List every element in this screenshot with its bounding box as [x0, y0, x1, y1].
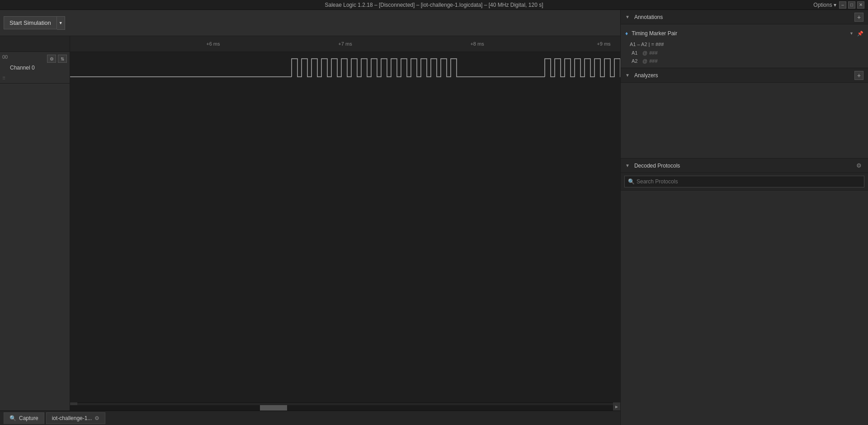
timeline-marker-7ms: +7 ms — [338, 41, 352, 47]
annotation-item: ♦ Timing Marker Pair ▼ 📌 — [625, 27, 863, 40]
decoded-protocols-content: 🔍 — [621, 173, 868, 425]
maximize-button[interactable]: □ — [848, 1, 855, 9]
channel-number: 00 — [2, 54, 8, 60]
right-panel: ▼ Annotations + ♦ Timing Marker Pair ▼ 📌… — [620, 10, 868, 425]
a1-at: @ — [642, 50, 647, 56]
channel-row: 00 Channel 0 ⚙ ⇅ ⠿ — [0, 52, 70, 84]
annotation-timing-row: A1 – A2 | = ### — [625, 40, 863, 49]
search-protocols-wrapper: 🔍 — [624, 176, 864, 187]
annotation-dropdown-arrow[interactable]: ▼ — [849, 31, 854, 36]
channel-controls: ⚙ ⇅ — [47, 55, 67, 63]
search-protocols-icon: 🔍 — [628, 178, 635, 185]
decoded-protocols-gear-button[interactable]: ⚙ — [854, 161, 863, 170]
waveform-display: +6 ms +7 ms +8 ms +9 ms — [70, 36, 620, 411]
channel-name: Channel 0 — [10, 65, 35, 71]
timeline-marker-6ms: +6 ms — [206, 41, 220, 47]
a2-marker-row: A2 @ ### — [625, 57, 863, 65]
annotations-content: ♦ Timing Marker Pair ▼ 📌 A1 – A2 | = ###… — [621, 24, 868, 68]
minimize-button[interactable]: – — [839, 1, 846, 9]
analyzers-title: Analyzers — [634, 72, 852, 79]
a1-label: A1 — [632, 50, 641, 56]
decoded-protocols-title: Decoded Protocols — [634, 163, 852, 169]
search-protocols-container: 🔍 — [621, 173, 868, 191]
annotations-title: Annotations — [634, 14, 852, 20]
annotations-expand-icon[interactable]: ▼ — [625, 14, 630, 19]
a1-value: ### — [649, 50, 657, 56]
capture-tab-icon: 🔍 — [9, 415, 16, 421]
a1-marker-row: A1 @ ### — [625, 49, 863, 57]
channel-gear-button[interactable]: ⚙ — [47, 55, 56, 63]
scrollbar-thumb[interactable] — [260, 405, 287, 411]
analyzers-add-button[interactable]: + — [854, 71, 863, 80]
scroll-right-button[interactable]: ► — [613, 402, 620, 411]
channel-drag-handle[interactable]: ⠿ — [2, 76, 5, 81]
a2-value: ### — [649, 58, 657, 64]
timeline-marker-9ms: +9 ms — [597, 41, 610, 47]
titlebar-controls: – □ ✕ — [839, 1, 864, 9]
start-simulation-button[interactable]: Start Simulation — [4, 16, 57, 29]
options-menu[interactable]: Options ▾ — [813, 2, 836, 8]
annotation-marker-icon: ♦ — [625, 30, 628, 37]
titlebar: Saleae Logic 1.2.18 – [Disconnected] – [… — [0, 0, 868, 10]
waveform-svg — [70, 52, 620, 84]
toolbar: Start Simulation ▼ — [0, 10, 620, 36]
file-tab-settings-icon[interactable]: ⚙ — [94, 415, 99, 421]
annotation-name: Timing Marker Pair — [632, 30, 846, 37]
annotation-pin-icon[interactable]: 📌 — [857, 31, 863, 37]
search-protocols-input[interactable] — [624, 176, 864, 187]
file-tab[interactable]: iot-challenge-1... ⚙ — [46, 412, 106, 424]
analyzers-expand-icon[interactable]: ▼ — [625, 73, 630, 78]
annotation-timing-text: A1 – A2 | = ### — [630, 42, 664, 47]
a2-at: @ — [642, 58, 647, 64]
annotations-header: ▼ Annotations + — [621, 10, 868, 24]
analyzers-section: ▼ Analyzers + — [621, 68, 868, 159]
scrollbar-track — [70, 405, 620, 411]
a2-label: A2 — [632, 58, 641, 64]
channel-trigger-button[interactable]: ⇅ — [58, 55, 67, 63]
capture-tab[interactable]: 🔍 Capture — [4, 412, 44, 424]
main-layout: Start Simulation ▼ 00 Channel 0 ⚙ ⇅ ⠿ — [0, 10, 868, 425]
close-button[interactable]: ✕ — [857, 1, 864, 9]
waveform-container: 00 Channel 0 ⚙ ⇅ ⠿ +6 ms +7 ms +8 ms +9 … — [0, 36, 620, 411]
decoded-protocols-header: ▼ Decoded Protocols ⚙ — [621, 159, 868, 173]
timeline-marker-8ms: +8 ms — [470, 41, 484, 47]
simulation-dropdown[interactable]: ▼ — [57, 16, 65, 30]
file-tab-label: iot-challenge-1... — [52, 415, 92, 421]
annotations-section: ▼ Annotations + ♦ Timing Marker Pair ▼ 📌… — [621, 10, 868, 68]
analyzers-header: ▼ Analyzers + — [621, 68, 868, 83]
waveform-empty-area — [70, 84, 620, 402]
analyzers-content — [621, 83, 868, 158]
annotations-add-button[interactable]: + — [854, 13, 863, 22]
protocols-list — [621, 191, 868, 425]
timeline: +6 ms +7 ms +8 ms +9 ms — [70, 36, 620, 52]
window-title: Saleae Logic 1.2.18 – [Disconnected] – [… — [325, 2, 543, 8]
channel-labels: 00 Channel 0 ⚙ ⇅ ⠿ — [0, 36, 70, 411]
capture-tab-label: Capture — [19, 415, 38, 421]
waveform-canvas[interactable] — [70, 52, 620, 84]
left-panel: Start Simulation ▼ 00 Channel 0 ⚙ ⇅ ⠿ — [0, 10, 620, 425]
scrollbar-area: ◄ ► — [70, 402, 620, 411]
decoded-protocols-section: ▼ Decoded Protocols ⚙ 🔍 — [621, 159, 868, 425]
decoded-protocols-expand-icon[interactable]: ▼ — [625, 163, 630, 168]
channel-header-spacer — [0, 36, 70, 52]
bottom-tabs: 🔍 Capture iot-challenge-1... ⚙ — [0, 411, 620, 425]
